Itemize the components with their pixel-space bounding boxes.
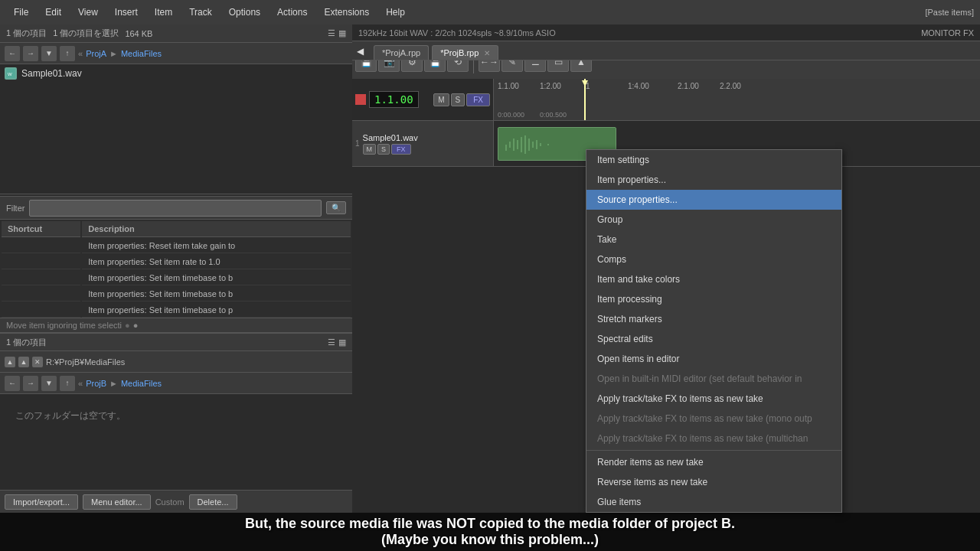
menu-item[interactable]: Item xyxy=(147,4,180,21)
context-menu-item[interactable]: Apply track/take FX to items as new take… xyxy=(586,429,841,448)
menu-actions[interactable]: Actions xyxy=(270,4,315,21)
nav-forward-btn[interactable]: → xyxy=(23,46,38,61)
menu-track[interactable]: Track xyxy=(181,4,220,21)
menu-insert[interactable]: Insert xyxy=(107,4,145,21)
time-display: 1.1.00 xyxy=(369,91,419,108)
shortcut-row[interactable]: Item properties: Reset item take gain to xyxy=(2,239,351,253)
nav-up-btn[interactable]: ↑ xyxy=(60,46,75,61)
menu-help[interactable]: Help xyxy=(378,4,413,21)
context-menu-item[interactable]: Comps xyxy=(586,249,841,269)
description-cell: Item properties: Reset item take gain to xyxy=(82,239,351,253)
tl-2: 1:2.00 xyxy=(540,82,561,90)
breadcrumb-arrow-2: ► xyxy=(109,379,118,388)
breadcrumb-folder-2[interactable]: MediaFiles xyxy=(121,379,162,388)
close-btn-panel2[interactable]: ▲ xyxy=(5,357,15,367)
import-export-btn[interactable]: Import/export... xyxy=(5,494,78,510)
grid-view-btn-2[interactable]: ▦ xyxy=(338,337,346,347)
s-button[interactable]: S xyxy=(451,93,466,106)
filter-input[interactable] xyxy=(29,200,322,217)
tab-close-projb[interactable]: ✕ xyxy=(484,49,490,57)
context-menu-item[interactable]: Glue items xyxy=(586,492,841,512)
context-menu-item[interactable]: Apply track/take FX to items as new take xyxy=(586,389,841,409)
paste-info: [Paste items] xyxy=(925,8,974,17)
track-fx-btn[interactable]: FX xyxy=(391,144,411,155)
shortcut-row[interactable]: Item properties: Set item timebase to p xyxy=(2,303,351,318)
context-menu: Item settingsItem properties...Source pr… xyxy=(586,149,842,513)
context-menu-item[interactable]: Item processing xyxy=(586,289,841,309)
bottom-action-buttons: Import/export... Menu editor... Custom D… xyxy=(0,490,352,513)
shortcut-row[interactable]: Item properties: Set item rate to 1.0 xyxy=(2,255,351,269)
list-view-btn-2[interactable]: ☰ xyxy=(328,337,335,347)
delete-btn[interactable]: Delete... xyxy=(189,494,237,510)
context-menu-item[interactable]: Take xyxy=(586,230,841,249)
context-menu-item[interactable]: Source properties... xyxy=(586,190,841,210)
track-m-btn[interactable]: M xyxy=(363,144,377,155)
context-menu-item[interactable]: Spectral edits xyxy=(586,329,841,349)
list-view-btn[interactable]: ☰ xyxy=(328,28,335,38)
context-menu-item[interactable]: Open in built-in MIDI editor (set defaul… xyxy=(586,369,841,389)
caption-line2: (Maybe you know this problem...) xyxy=(381,532,599,547)
filter-bar: Filter 🔍 xyxy=(0,197,352,220)
shortcut-row[interactable]: Item properties: Set item timebase to b xyxy=(2,287,351,302)
menu-file[interactable]: File xyxy=(6,4,36,21)
monitor-fx-label[interactable]: MONITOR FX xyxy=(921,28,974,37)
menu-edit[interactable]: Edit xyxy=(38,4,69,21)
nav-up-btn-2[interactable]: ↑ xyxy=(60,376,75,391)
menu-bar: File Edit View Insert Item Track Options… xyxy=(0,0,980,24)
file-size: 164 KB xyxy=(125,29,152,38)
filter-panel: Filter 🔍 Shortcut Description Item prope… xyxy=(0,196,352,330)
context-menu-item[interactable]: Group xyxy=(586,210,841,230)
close-x-panel2[interactable]: ✕ xyxy=(32,357,43,367)
menu-view[interactable]: View xyxy=(70,4,106,21)
context-menu-item[interactable]: Stretch markers xyxy=(586,309,841,329)
track-header-panel: 1 Sample01.wav M S FX xyxy=(352,121,494,167)
track-s-btn[interactable]: S xyxy=(377,144,390,155)
nav-back-btn[interactable]: ← xyxy=(5,46,20,61)
bottom-caption-text: But, the source media file was NOT copie… xyxy=(245,516,735,548)
empty-folder-message: このフォルダーは空です。 xyxy=(0,394,352,438)
file-list-name: Sample01.wav xyxy=(21,68,82,79)
shortcut-row[interactable]: Item properties: Set item timebase to b xyxy=(2,271,351,285)
nav-back-btn-2[interactable]: ← xyxy=(5,376,20,391)
tab-projb[interactable]: *ProjB.rpp ✕ xyxy=(432,45,498,60)
status-dot1: ● xyxy=(125,321,130,330)
breadcrumb-separator-2: « xyxy=(78,379,83,388)
tab-proja[interactable]: *ProjA.rpp xyxy=(374,45,429,60)
tab-left-arrow[interactable]: ◀ xyxy=(352,42,368,60)
context-menu-item[interactable]: Item and take colors xyxy=(586,269,841,289)
list-item[interactable]: W Sample01.wav xyxy=(0,64,352,83)
record-indicator xyxy=(355,94,366,105)
context-menu-item[interactable]: Open items in editor xyxy=(586,349,841,369)
nav-dropdown-btn[interactable]: ▼ xyxy=(41,46,57,61)
fx-button[interactable]: FX xyxy=(466,93,490,106)
menu-options[interactable]: Options xyxy=(221,4,268,21)
shortcut-cell xyxy=(2,271,80,285)
tl-sub-2: 0:00.500 xyxy=(540,111,567,119)
nav-forward-btn-2[interactable]: → xyxy=(23,376,38,391)
m-button[interactable]: M xyxy=(433,93,449,106)
status-bar-2: 1 個の項目 ☰ ▦ xyxy=(0,333,352,351)
item-selected: 1 個の項目を選択 xyxy=(53,28,119,39)
context-menu-separator xyxy=(586,450,841,451)
track-number: 1 xyxy=(355,139,360,148)
filter-search-btn[interactable]: 🔍 xyxy=(326,201,346,214)
minimize-btn-panel2[interactable]: ▲ xyxy=(18,357,29,367)
item-count-1: 1 個の項目 xyxy=(6,28,47,39)
context-menu-item[interactable]: Apply track/take FX to items as new take… xyxy=(586,409,841,429)
panel2-header: ▲ ▲ ✕ R:¥ProjB¥MediaFiles xyxy=(0,351,352,373)
context-menu-item[interactable]: Item properties... xyxy=(586,170,841,190)
context-menu-item[interactable]: Reverse items as new take xyxy=(586,472,841,492)
context-menu-item[interactable]: Item settings xyxy=(586,150,841,170)
menu-extensions[interactable]: Extensions xyxy=(316,4,377,21)
context-menu-item[interactable]: Render items as new take xyxy=(586,452,841,472)
status-dot2: ● xyxy=(133,321,139,330)
breadcrumb-proj-2[interactable]: ProjB xyxy=(86,379,106,388)
description-cell: Item properties: Set item timebase to b xyxy=(82,271,351,285)
breadcrumb-proj[interactable]: ProjA xyxy=(86,49,106,58)
menu-editor-btn[interactable]: Menu editor... xyxy=(83,494,151,510)
description-col-header: Description xyxy=(82,221,351,237)
breadcrumb-folder[interactable]: MediaFiles xyxy=(121,49,162,58)
breadcrumb-separator-1: « xyxy=(78,49,83,58)
nav-dropdown-btn-2[interactable]: ▼ xyxy=(41,376,57,391)
grid-view-btn[interactable]: ▦ xyxy=(338,28,346,38)
